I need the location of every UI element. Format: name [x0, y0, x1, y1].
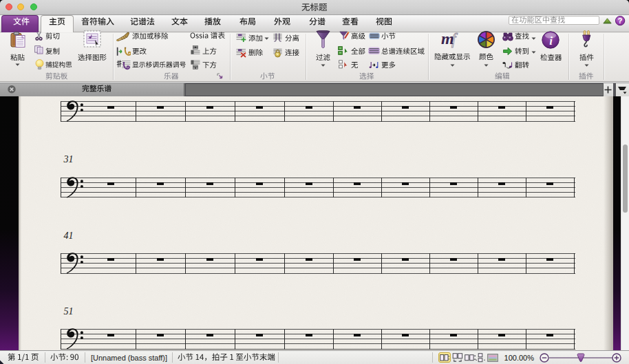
- svg-text:?: ?: [618, 17, 623, 25]
- svg-text:i: i: [549, 34, 553, 47]
